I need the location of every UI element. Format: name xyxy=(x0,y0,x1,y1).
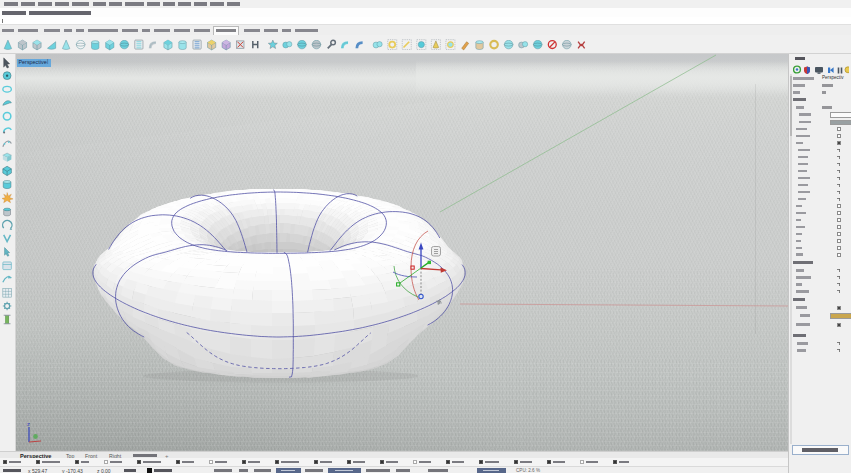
svg-text:z: z xyxy=(27,421,30,427)
